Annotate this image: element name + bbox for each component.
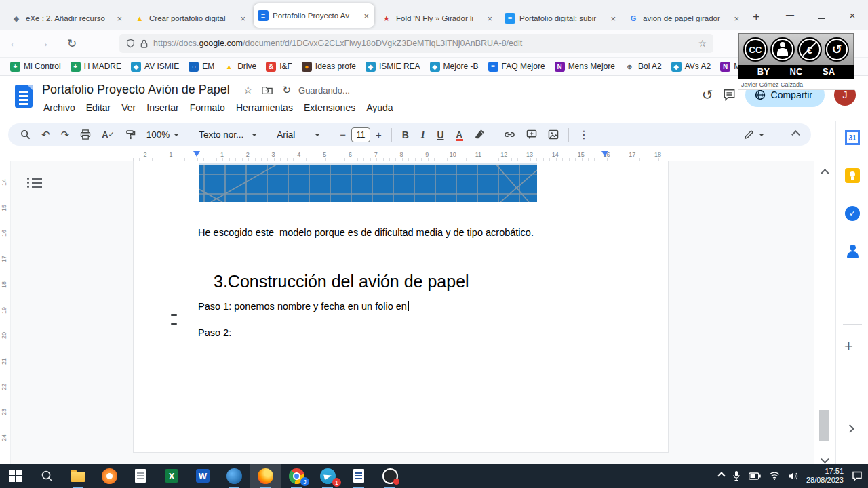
obs-icon[interactable] (374, 464, 406, 488)
paragraph-style-select[interactable]: Texto nor... (193, 129, 262, 140)
bookmark-item[interactable]: ▲ Drive (224, 62, 256, 72)
tab-close-icon[interactable]: × (239, 14, 247, 24)
paragraph-text[interactable]: He escogido este modelo porque es de dif… (198, 227, 534, 238)
bookmark-item[interactable]: & I&F (266, 62, 292, 72)
text-color-button[interactable]: A (450, 129, 469, 140)
step2-text[interactable]: Paso 2: (198, 327, 231, 338)
undo-icon[interactable]: ↶ (36, 129, 56, 141)
print-icon[interactable] (75, 129, 96, 140)
forward-button[interactable]: → (29, 37, 58, 50)
speaker-icon[interactable] (788, 472, 798, 481)
bookmark-item[interactable]: N Mens Mejore (555, 62, 615, 72)
font-size-input[interactable]: 11 (351, 127, 370, 142)
bookmark-item[interactable]: ⊕ Bol A2 (625, 62, 662, 72)
bookmark-item[interactable]: ◆ AV ISMIE (131, 62, 179, 72)
left-indent-marker[interactable] (193, 151, 200, 157)
more-options-icon[interactable]: ⋮ (573, 128, 595, 141)
menu-item[interactable]: Archivo (38, 100, 81, 115)
zoom-select[interactable]: 100% (141, 129, 185, 140)
add-comment-icon[interactable] (521, 129, 542, 140)
bookmark-item[interactable]: + Mi Control (10, 62, 61, 72)
wifi-icon[interactable] (769, 472, 780, 480)
insert-image-icon[interactable] (542, 129, 564, 140)
hidden-icons-chevron[interactable] (717, 472, 725, 479)
cutting-mat-image[interactable] (199, 163, 537, 202)
window-close-button[interactable]: × (837, 0, 868, 30)
microphone-icon[interactable] (732, 470, 741, 481)
sync-status-icon[interactable]: ↻ (282, 84, 291, 96)
highlight-color-icon[interactable] (469, 129, 490, 140)
google-maps-icon[interactable] (845, 282, 860, 297)
browser-tab[interactable]: ≡ Portafolio digital: subir × (500, 7, 621, 30)
excel-icon[interactable]: X (156, 464, 187, 488)
tab-close-icon[interactable]: × (115, 14, 123, 24)
menu-item[interactable]: Formato (184, 100, 231, 115)
document-outline-icon[interactable] (27, 178, 42, 191)
decrease-font-size-button[interactable]: − (334, 129, 351, 140)
step1-text[interactable]: Paso 1: ponemos nombre y fecha en un fol… (198, 301, 409, 312)
insert-link-icon[interactable] (498, 129, 521, 140)
bookmark-star-icon[interactable]: ☆ (698, 38, 707, 49)
bookmark-item[interactable]: ◆ ISMIE REA (366, 62, 420, 72)
browser-tab[interactable]: ▲ Crear portafolio digital × (130, 7, 251, 30)
taskbar-search-icon[interactable] (31, 464, 62, 488)
editing-mode-button[interactable] (738, 129, 770, 140)
redo-icon[interactable]: ↷ (56, 129, 75, 141)
thunderbird-icon[interactable] (218, 464, 250, 488)
back-button[interactable]: ← (0, 37, 29, 50)
version-history-icon[interactable]: ↺ (702, 87, 713, 103)
libreoffice-writer-icon[interactable] (343, 464, 374, 488)
telegram-icon[interactable]: 1 (312, 464, 343, 488)
window-minimize-button[interactable]: — (774, 0, 806, 30)
underline-button[interactable]: U (431, 129, 450, 140)
scrollbar-thumb[interactable] (819, 410, 829, 441)
reload-button[interactable]: ↻ (58, 37, 85, 51)
menu-item[interactable]: Insertar (141, 100, 184, 115)
menu-item[interactable]: Extensiones (298, 100, 361, 115)
tab-close-icon[interactable]: × (486, 14, 494, 24)
italic-button[interactable]: I (415, 129, 431, 140)
browser-tab[interactable]: ≡ Portafolio Proyecto Av × (254, 3, 374, 28)
browser-tab[interactable]: G avion de papel girador × (624, 7, 745, 30)
browser-orange-icon[interactable] (94, 464, 125, 488)
get-addons-button[interactable]: + (844, 338, 853, 355)
menu-item[interactable]: Ayuda (361, 100, 398, 115)
url-text[interactable]: https://docs.google.com/document/d/1DGvx… (153, 39, 522, 48)
bookmark-item[interactable]: ○ EM (189, 62, 214, 72)
word-icon[interactable]: W (187, 464, 218, 488)
google-docs-icon[interactable] (15, 85, 33, 108)
menu-item[interactable]: Ver (116, 100, 141, 115)
firefox-icon[interactable] (250, 464, 281, 488)
notepad-icon[interactable] (125, 464, 156, 488)
taskbar-clock[interactable]: 17:51 28/08/2023 (806, 467, 844, 485)
right-indent-marker[interactable] (601, 151, 608, 157)
bookmark-item[interactable]: + H MADRE (71, 62, 121, 72)
hide-menus-button[interactable] (787, 131, 804, 138)
start-button[interactable] (0, 464, 31, 488)
increase-font-size-button[interactable]: + (370, 129, 387, 140)
chrome-icon[interactable]: J (281, 464, 312, 488)
google-calendar-icon[interactable]: 31 (845, 130, 860, 145)
battery-icon[interactable] (749, 472, 761, 480)
paint-format-icon[interactable] (120, 129, 141, 140)
spellcheck-icon[interactable]: A✓ (96, 129, 120, 140)
scroll-up-icon[interactable] (822, 167, 828, 179)
tab-close-icon[interactable]: × (362, 11, 370, 21)
bold-button[interactable]: B (396, 129, 415, 140)
menu-item[interactable]: Editar (81, 100, 117, 115)
file-explorer-icon[interactable] (62, 464, 94, 488)
window-restore-button[interactable] (806, 0, 837, 30)
menu-item[interactable]: Herramientas (231, 100, 298, 115)
google-keep-icon[interactable] (845, 168, 860, 183)
bookmark-item[interactable]: ● Ideas profe (302, 62, 356, 72)
star-document-icon[interactable]: ☆ (243, 84, 252, 96)
section-heading[interactable]: 3.Construcción del avión de papel (214, 272, 469, 291)
tab-close-icon[interactable]: × (732, 14, 741, 24)
url-bar[interactable]: https://docs.google.com/document/d/1DGvx… (119, 34, 713, 53)
bookmark-item[interactable]: ◆ AVs A2 (671, 62, 711, 72)
bookmark-item[interactable]: ≡ FAQ Mejore (488, 62, 545, 72)
comments-icon[interactable] (723, 89, 736, 101)
move-to-folder-icon[interactable] (262, 85, 273, 95)
document-page[interactable]: He escogido este modelo porque es de dif… (133, 161, 669, 453)
document-title[interactable]: Portafolio Proyecto Avión de Papel (42, 83, 230, 97)
